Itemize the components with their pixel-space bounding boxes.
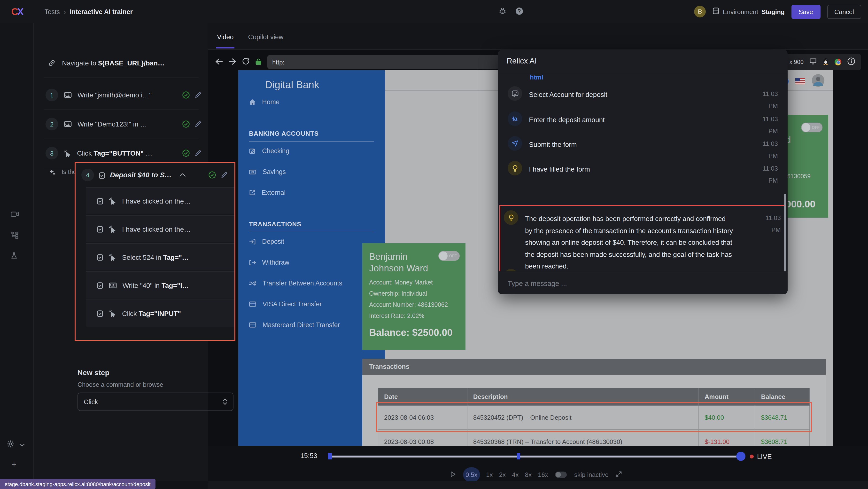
card-balance: Balance: $2500.00 [369, 327, 459, 338]
forward-icon[interactable] [228, 58, 237, 66]
timeline-thumb[interactable] [736, 452, 745, 461]
unlock-icon [255, 58, 261, 66]
chat-message: Submit the form 11:03PM [507, 136, 778, 162]
main-area: Video Copilot view http: 24 1440 x 900 D… [208, 23, 868, 489]
test-step-row[interactable]: 2 Write "Demo123!" in … [34, 112, 208, 137]
info-icon[interactable] [847, 57, 856, 67]
bank-nav-item[interactable]: External [249, 189, 380, 196]
pencil-icon[interactable] [195, 121, 202, 127]
bank-nav-label: Savings [262, 168, 286, 175]
navigate-step[interactable]: Navigate to ${BASE_URL}/ban… [34, 52, 208, 74]
bank-nav-section: BANKING ACCOUNTS [249, 130, 374, 142]
sub-step-row[interactable]: I have clicked on the… [86, 187, 235, 214]
card-account-number: Account Number: 486130062 [369, 301, 459, 308]
timeline-track[interactable] [329, 456, 743, 458]
tab-copilot-view[interactable]: Copilot view [247, 25, 285, 48]
page-title: Interactive AI trainer [70, 8, 133, 15]
chat-input[interactable]: Type a message ... [498, 272, 787, 294]
chat-message-time: 11:03PM [760, 210, 781, 271]
chevron-up-icon[interactable] [180, 173, 186, 177]
command-select[interactable]: Click [78, 393, 234, 411]
bulb-icon [504, 269, 518, 271]
help-icon[interactable] [515, 6, 524, 17]
navigate-step-label: Navigate to ${BASE_URL}/ban… [62, 59, 164, 67]
chat-message-result: The deposit operation has been performed… [504, 210, 781, 271]
speed-16x[interactable]: 16x [538, 471, 548, 478]
speed-8x[interactable]: 8x [525, 471, 532, 478]
bank-nav-item[interactable]: Checking [249, 147, 380, 154]
bank-nav-item[interactable]: Home [249, 98, 380, 106]
bank-nav-label: Home [262, 98, 279, 106]
chat-message-time: 11:03PM [760, 269, 781, 271]
account-card[interactable]: OFF Benjamin Johnson Ward Account: Money… [362, 243, 465, 350]
cx-logo-icon[interactable]: CX [0, 6, 34, 17]
breadcrumb-tests[interactable]: Tests [44, 8, 60, 15]
html-link[interactable]: html [530, 74, 543, 81]
shuffle-icon [249, 281, 256, 286]
bank-nav-item[interactable]: Deposit [249, 238, 380, 245]
clipboard-check-icon [97, 254, 103, 261]
speed-0.5x[interactable]: 0.5x [463, 467, 480, 482]
chat-message-list[interactable]: html Select Account for deposit 11:03PM … [498, 73, 787, 271]
bank-nav-item[interactable]: Savings [249, 168, 380, 175]
playback-time: 15:53 [300, 452, 317, 459]
flask-icon[interactable] [11, 252, 18, 261]
bank-brand: Digital Bank [265, 79, 319, 91]
back-icon[interactable] [215, 58, 223, 66]
environment-selector[interactable]: Environment Staging [713, 7, 784, 16]
sub-step-row[interactable]: Select 524 in Tag="… [86, 243, 235, 270]
bank-nav-item[interactable]: VISA Direct Transfer [249, 300, 380, 308]
sub-step-label: Click Tag="INPUT" [122, 310, 181, 317]
video-camera-icon[interactable] [11, 211, 19, 219]
chat-scrollbar[interactable] [784, 194, 786, 271]
speed-2x[interactable]: 2x [499, 471, 506, 478]
avatar[interactable]: B [694, 6, 706, 18]
transactions-header: Transactions [362, 358, 826, 375]
chevron-down-icon[interactable] [20, 441, 25, 448]
chat-message: I have filled the form 11:03PM [507, 161, 778, 187]
pencil-icon[interactable] [195, 92, 202, 98]
timeline-start-marker[interactable] [328, 453, 332, 459]
chat-message-text: Submit the form [529, 136, 577, 162]
tab-video[interactable]: Video [216, 25, 235, 48]
app-window: CX Tests › Interactive AI trainer B Envi… [0, 0, 868, 489]
bank-nav-label: Deposit [262, 238, 284, 245]
chat-message-text: Enter the deposit amount [529, 112, 605, 137]
save-button[interactable]: Save [792, 5, 820, 19]
step-label: Write "Demo123!" in … [78, 120, 147, 128]
sub-step-row[interactable]: Click Tag="INPUT" [86, 299, 235, 327]
keyboard-icon [64, 92, 72, 98]
bug-icon[interactable] [499, 7, 506, 16]
expand-icon[interactable] [616, 471, 622, 479]
timeline-mid-marker[interactable] [517, 453, 520, 459]
flow-tree-icon[interactable] [11, 232, 19, 240]
bank-nav-item[interactable]: Withdraw [249, 259, 380, 266]
chat-title: Relicx AI [498, 50, 787, 72]
gear-icon[interactable] [7, 440, 14, 449]
skip-inactive-toggle[interactable] [555, 471, 567, 478]
pencil-icon[interactable] [221, 172, 228, 178]
new-step-subtitle: Choose a command or browse [78, 381, 163, 388]
card-icon [249, 301, 256, 307]
test-step-row[interactable]: 1 Write "jsmith@demo.i…" [34, 82, 208, 108]
bank-avatar[interactable] [812, 74, 825, 88]
bank-nav-item[interactable]: Mastercard Direct Transfer [249, 321, 380, 328]
plus-icon[interactable]: + [11, 460, 17, 470]
card-toggle-off[interactable]: OFF [801, 123, 823, 132]
speed-1x[interactable]: 1x [486, 471, 493, 478]
step-group-header[interactable]: 4 Deposit $40 to S… [75, 163, 235, 187]
bank-nav-section: TRANSACTIONS [249, 221, 374, 232]
play-icon[interactable] [451, 471, 456, 479]
speed-4x[interactable]: 4x [512, 471, 519, 478]
send-cursor-icon [507, 136, 522, 151]
chat-message-time: 11:03PM [756, 112, 778, 137]
refresh-icon[interactable] [242, 58, 249, 66]
home-icon [249, 99, 256, 105]
pencil-icon[interactable] [195, 150, 202, 156]
card-toggle-off[interactable]: OFF [438, 251, 460, 261]
bank-nav-item[interactable]: Transfer Between Accounts [249, 280, 380, 287]
sub-step-row[interactable]: I have clicked on the… [86, 215, 235, 242]
sub-step-row[interactable]: Write "40" in Tag="I… [86, 271, 235, 298]
us-flag-icon[interactable] [795, 78, 805, 84]
cancel-button[interactable]: Cancel [827, 5, 861, 19]
